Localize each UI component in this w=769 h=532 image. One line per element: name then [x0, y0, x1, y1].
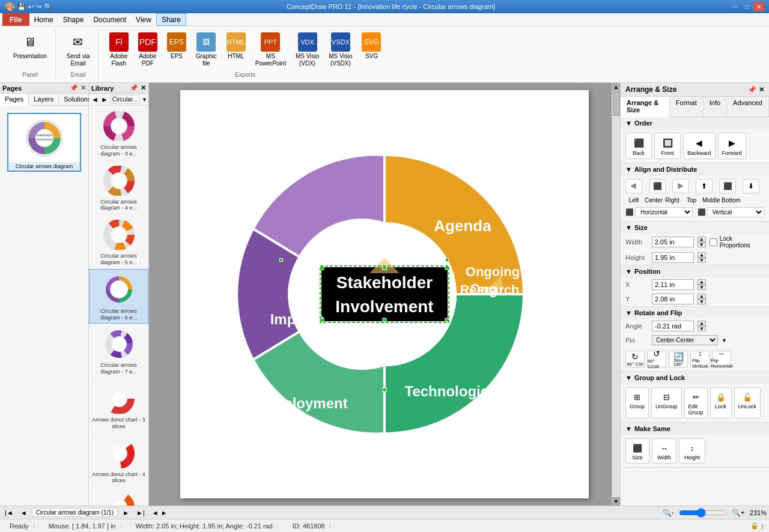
menu-shape[interactable]: Shape	[58, 13, 89, 26]
height-up[interactable]: ▲	[698, 252, 706, 258]
unlock-btn[interactable]: 🔓 UnLock	[734, 387, 761, 419]
x-up[interactable]: ▲	[698, 279, 706, 285]
order-section-header[interactable]: ▼ Order	[621, 117, 769, 129]
order-backward-btn[interactable]: ◀ Backward	[683, 133, 716, 159]
pin-dropdown[interactable]: Center-Center	[652, 335, 718, 345]
menu-file[interactable]: File	[2, 13, 29, 26]
lib-item-3[interactable]: Circular arrows diagram - 6 e...	[89, 269, 148, 324]
flip-vertical-btn[interactable]: ↕ FlipVertical	[690, 351, 710, 367]
lib-item-1[interactable]: Circular arrows diagram - 4 e...	[89, 160, 148, 215]
zoom-in-btn[interactable]: 🔍+	[729, 509, 747, 517]
ribbon-btn-ms-visio-vsdx[interactable]: VSDX MS Visio(VSDX)	[325, 30, 356, 70]
library-pin[interactable]: 📌	[130, 84, 138, 92]
make-same-size-btn[interactable]: ⬛ Size	[625, 438, 649, 464]
nav-last-btn[interactable]: ►|	[134, 509, 147, 516]
close-button[interactable]: ✕	[753, 2, 764, 11]
align-top-btn[interactable]: ⬆	[696, 179, 713, 193]
rotate-180-btn[interactable]: 🔄 180°	[669, 351, 688, 367]
make-same-width-btn[interactable]: ↔ Width	[652, 438, 676, 464]
lib-item-5[interactable]: Arrows donut chart - 3 slices	[89, 378, 148, 433]
ribbon-btn-adobe-pdf[interactable]: PDF AdobePDF	[135, 30, 161, 70]
align-center-btn[interactable]: ⬛	[649, 179, 666, 193]
edit-group-btn[interactable]: ✏ EditGroup	[684, 387, 708, 419]
zoom-out-btn[interactable]: 🔍-	[660, 509, 676, 517]
canvas-area[interactable]: Stakeholder Involvement Agenda Ong Ongoi…	[149, 83, 620, 506]
right-panel-pin[interactable]: 📌	[748, 86, 756, 94]
scroll-up-btn[interactable]: ▲	[612, 83, 621, 91]
angle-up[interactable]: ▲	[698, 321, 706, 326]
ribbon-btn-eps[interactable]: EPS EPS	[163, 30, 190, 62]
size-section-header[interactable]: ▼ Size	[621, 222, 769, 234]
library-nav-forward[interactable]: ►	[101, 95, 108, 104]
ribbon-btn-send-email[interactable]: ✉ Send viaEmail	[63, 30, 94, 70]
nav-next-btn[interactable]: ►	[120, 509, 132, 516]
ribbon-btn-html[interactable]: HTML HTML	[223, 30, 249, 62]
nav-first-btn[interactable]: |◄	[2, 509, 16, 516]
scroll-thumb[interactable]	[613, 92, 620, 116]
align-middle-btn[interactable]: ⬛	[719, 179, 736, 193]
nav-scroll-left[interactable]: ◄	[152, 509, 159, 516]
menu-view[interactable]: View	[131, 13, 156, 26]
qa-redo[interactable]: ↪	[36, 3, 41, 11]
rotate-90cw-btn[interactable]: ↻ 90° CW	[625, 351, 645, 367]
width-input[interactable]	[652, 237, 694, 247]
right-tab-arrange[interactable]: Arrange & Size	[621, 97, 670, 117]
restore-button[interactable]: □	[741, 2, 752, 11]
lib-item-4[interactable]: Circular arrows diagram - 7 e...	[89, 324, 148, 378]
ribbon-btn-ms-powerpoint[interactable]: PPT MSPowerPoint	[252, 30, 290, 70]
menu-home[interactable]: Home	[29, 13, 58, 26]
align-section-header[interactable]: ▼ Align and Distribute	[621, 163, 769, 175]
position-section-header[interactable]: ▼ Position	[621, 265, 769, 277]
ribbon-btn-ms-visio-vdx[interactable]: VDX MS Visio(VDX)	[292, 30, 323, 70]
library-nav-back[interactable]: ◄	[91, 95, 99, 104]
order-back-btn[interactable]: ⬛ Back	[625, 133, 652, 159]
right-tab-format[interactable]: Format	[670, 97, 704, 116]
right-tab-info[interactable]: Info	[704, 97, 727, 116]
y-input[interactable]	[652, 294, 694, 304]
ungroup-btn[interactable]: ⊟ UnGroup	[651, 387, 682, 419]
lib-item-6[interactable]: Arrows donut chart - 4 slices	[89, 433, 148, 488]
horizontal-dropdown[interactable]: Horizontal	[635, 207, 693, 217]
angle-input[interactable]	[652, 321, 694, 331]
rotate-section-header[interactable]: ▼ Rotate and Flip	[621, 307, 769, 319]
right-tab-advanced[interactable]: Advanced	[727, 97, 769, 116]
canvas-scrollbar-vertical[interactable]: ▲ ▼	[612, 83, 620, 506]
zoom-slider[interactable]	[679, 508, 727, 518]
library-close[interactable]: ✕	[141, 84, 146, 92]
rotate-90ccw-btn[interactable]: ↺ 90° CCW	[647, 351, 666, 367]
library-dropdown-arrow[interactable]: ▼	[142, 97, 147, 103]
align-bottom-btn[interactable]: ⬇	[743, 179, 759, 193]
scroll-down-btn[interactable]: ▼	[612, 497, 621, 506]
x-down[interactable]: ▼	[698, 285, 706, 290]
make-same-section-header[interactable]: ▼ Make Same	[621, 423, 769, 435]
tab-pages[interactable]: Pages	[0, 94, 29, 106]
flip-horizontal-btn[interactable]: ↔ FlipHorizontal	[712, 351, 731, 367]
lock-proportions-checkbox[interactable]	[710, 238, 717, 246]
align-left-btn[interactable]: ⫷	[625, 179, 642, 193]
group-btn[interactable]: ⊞ Group	[625, 387, 649, 419]
make-same-height-btn[interactable]: ↕ Height	[679, 438, 705, 464]
group-lock-section-header[interactable]: ▼ Group and Lock	[621, 372, 769, 384]
nav-scroll-right[interactable]: ►	[161, 509, 168, 516]
ribbon-btn-graphic-file[interactable]: 🖼 Graphicfile	[192, 30, 220, 70]
width-up[interactable]: ▲	[698, 237, 706, 242]
ribbon-btn-adobe-flash[interactable]: Fl AdobeFlash	[106, 30, 132, 70]
page-thumbnail-1[interactable]: Stakeholder Involvement Circular arrows …	[7, 113, 81, 172]
height-down[interactable]: ▼	[698, 258, 706, 263]
qa-save[interactable]: 💾	[17, 3, 26, 11]
qa-search[interactable]: 🔍	[44, 3, 52, 11]
y-up[interactable]: ▲	[698, 294, 706, 299]
x-input[interactable]	[652, 279, 694, 290]
align-right-btn[interactable]: ⫸	[672, 179, 689, 193]
menu-document[interactable]: Document	[88, 13, 131, 26]
pages-panel-pin[interactable]: 📌	[70, 84, 78, 92]
qa-undo[interactable]: ↩	[28, 3, 34, 11]
menu-share[interactable]: Share	[156, 13, 186, 26]
ribbon-btn-svg[interactable]: SVG SVG	[358, 30, 384, 62]
lib-item-2[interactable]: Circular arrows diagram - 5 e...	[89, 214, 148, 269]
nav-prev-btn[interactable]: ◄	[18, 509, 29, 516]
height-input[interactable]	[652, 252, 694, 263]
pages-panel-close[interactable]: ✕	[81, 84, 86, 92]
tab-layers[interactable]: Layers	[29, 94, 59, 105]
library-dropdown[interactable]: Circular...	[111, 95, 139, 104]
